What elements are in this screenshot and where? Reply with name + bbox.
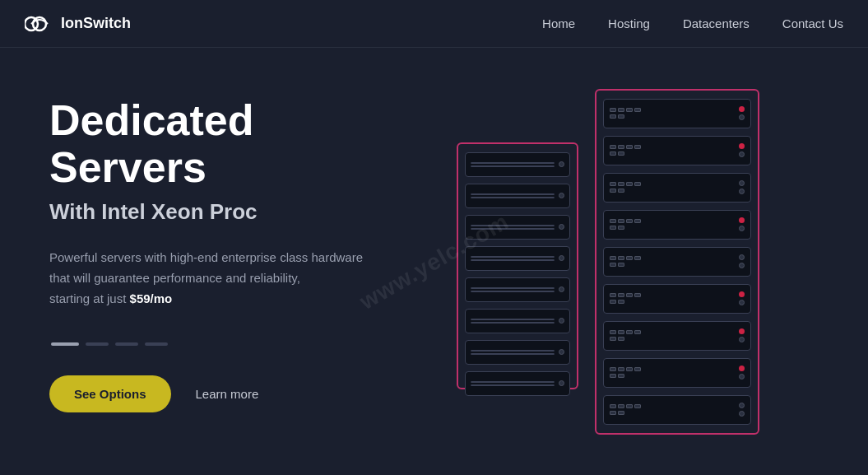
logo-icon [25, 12, 54, 35]
slide-dot-1[interactable] [51, 342, 79, 346]
server-rack-small [457, 142, 578, 389]
nav-datacenters[interactable]: Datacenters [683, 16, 750, 31]
desc-line3: starting at just [49, 291, 130, 305]
desc-line2: that will guarantee performance and reli… [49, 271, 300, 285]
server-unit [465, 246, 570, 271]
nav-links: Home Hosting Datacenters Contact Us [542, 16, 843, 31]
server-unit [465, 152, 570, 177]
slider-indicators [51, 342, 420, 346]
hero-section: Dedicated Servers With Intel Xeon Proc P… [0, 48, 461, 475]
server-unit [603, 136, 751, 165]
server-unit [465, 184, 570, 208]
server-unit [603, 395, 751, 425]
server-unit [465, 215, 570, 240]
server-unit [465, 340, 570, 365]
server-illustration [457, 48, 868, 475]
drive-slots [471, 162, 555, 167]
slide-dot-2[interactable] [86, 342, 109, 346]
slide-dot-3[interactable] [115, 342, 138, 346]
drive-slot [471, 165, 555, 167]
drive-slot [471, 162, 555, 164]
navbar: IonSwitch Home Hosting Datacenters Conta… [0, 0, 868, 48]
main-content: Dedicated Servers With Intel Xeon Proc P… [0, 48, 868, 475]
hero-headline: Dedicated Servers [49, 97, 420, 191]
server-unit [603, 247, 751, 277]
server-unit [603, 173, 751, 203]
nav-hosting[interactable]: Hosting [608, 16, 650, 31]
hero-description: Powerful servers with high-end enterpris… [49, 248, 420, 309]
desc-line1: Powerful servers with high-end enterpris… [49, 250, 363, 264]
hero-subheadline: With Intel Xeon Proc [49, 199, 420, 225]
server-unit [603, 321, 751, 351]
see-options-button[interactable]: See Options [49, 375, 171, 412]
server-rack-large [595, 89, 759, 435]
server-lights [559, 161, 564, 167]
server-unit [603, 99, 751, 128]
hero-price: $59/mo [130, 291, 173, 305]
logo-text: IonSwitch [61, 15, 131, 32]
nav-home[interactable]: Home [542, 16, 575, 31]
server-unit [603, 358, 751, 388]
server-unit [465, 371, 570, 396]
logo[interactable]: IonSwitch [25, 12, 131, 35]
cta-group: See Options Learn more [49, 375, 420, 412]
server-unit [465, 277, 570, 302]
server-unit [465, 309, 570, 333]
server-unit [603, 210, 751, 240]
learn-more-button[interactable]: Learn more [196, 387, 259, 401]
status-light [559, 161, 564, 167]
nav-contact[interactable]: Contact Us [782, 16, 843, 31]
slide-dot-4[interactable] [145, 342, 168, 346]
server-unit [603, 284, 751, 314]
